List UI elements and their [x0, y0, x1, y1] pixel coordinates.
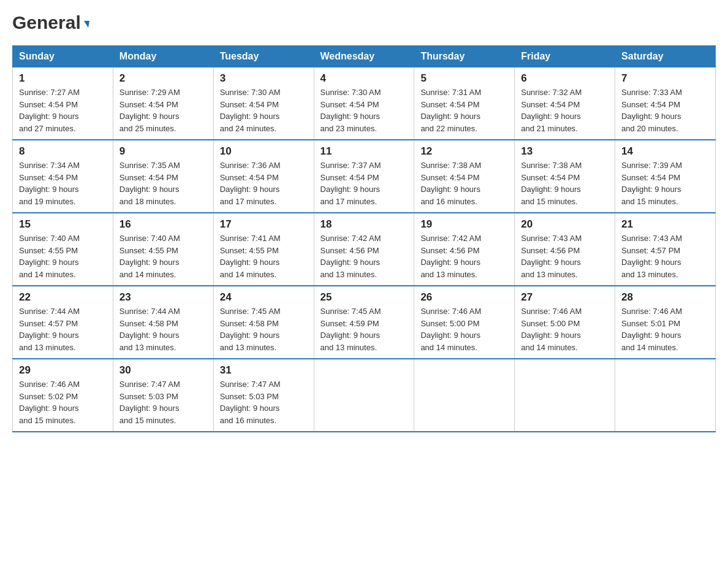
day-info: Sunrise: 7:38 AMSunset: 4:54 PMDaylight:… — [420, 161, 481, 206]
calendar-cell: 7 Sunrise: 7:33 AMSunset: 4:54 PMDayligh… — [615, 67, 716, 140]
calendar-cell: 18 Sunrise: 7:42 AMSunset: 4:56 PMDaylig… — [314, 213, 414, 286]
calendar-week-row: 8 Sunrise: 7:34 AMSunset: 4:54 PMDayligh… — [13, 140, 716, 213]
calendar-cell — [515, 359, 615, 432]
day-number: 3 — [220, 72, 308, 85]
col-header-thursday: Thursday — [414, 46, 515, 67]
day-info: Sunrise: 7:31 AMSunset: 4:54 PMDaylight:… — [420, 88, 481, 133]
calendar-cell: 17 Sunrise: 7:41 AMSunset: 4:55 PMDaylig… — [213, 213, 314, 286]
day-info: Sunrise: 7:42 AMSunset: 4:56 PMDaylight:… — [420, 234, 481, 279]
calendar-cell: 29 Sunrise: 7:46 AMSunset: 5:02 PMDaylig… — [13, 359, 113, 432]
calendar-cell: 9 Sunrise: 7:35 AMSunset: 4:54 PMDayligh… — [113, 140, 213, 213]
calendar-week-row: 1 Sunrise: 7:27 AMSunset: 4:54 PMDayligh… — [13, 67, 716, 140]
calendar-cell: 26 Sunrise: 7:46 AMSunset: 5:00 PMDaylig… — [414, 286, 515, 359]
day-number: 29 — [19, 364, 107, 377]
day-number: 18 — [320, 218, 408, 231]
calendar-cell: 24 Sunrise: 7:45 AMSunset: 4:58 PMDaylig… — [213, 286, 314, 359]
col-header-sunday: Sunday — [13, 46, 113, 67]
day-number: 10 — [220, 145, 308, 158]
day-info: Sunrise: 7:44 AMSunset: 4:57 PMDaylight:… — [19, 307, 80, 352]
day-number: 11 — [320, 145, 408, 158]
day-info: Sunrise: 7:36 AMSunset: 4:54 PMDaylight:… — [220, 161, 281, 206]
calendar-cell: 19 Sunrise: 7:42 AMSunset: 4:56 PMDaylig… — [414, 213, 515, 286]
day-number: 7 — [621, 72, 709, 85]
col-header-saturday: Saturday — [615, 46, 716, 67]
logo-general-text: General — [12, 12, 81, 33]
day-info: Sunrise: 7:29 AMSunset: 4:54 PMDaylight:… — [119, 88, 180, 133]
calendar-cell: 23 Sunrise: 7:44 AMSunset: 4:58 PMDaylig… — [113, 286, 213, 359]
day-number: 5 — [420, 72, 508, 85]
day-info: Sunrise: 7:45 AMSunset: 4:58 PMDaylight:… — [220, 307, 281, 352]
day-info: Sunrise: 7:32 AMSunset: 4:54 PMDaylight:… — [521, 88, 582, 133]
day-info: Sunrise: 7:33 AMSunset: 4:54 PMDaylight:… — [621, 88, 682, 133]
calendar-cell: 6 Sunrise: 7:32 AMSunset: 4:54 PMDayligh… — [515, 67, 615, 140]
day-info: Sunrise: 7:45 AMSunset: 4:59 PMDaylight:… — [320, 307, 381, 352]
day-number: 13 — [521, 145, 609, 158]
calendar-cell: 30 Sunrise: 7:47 AMSunset: 5:03 PMDaylig… — [113, 359, 213, 432]
day-info: Sunrise: 7:35 AMSunset: 4:54 PMDaylight:… — [119, 161, 180, 206]
calendar-cell: 22 Sunrise: 7:44 AMSunset: 4:57 PMDaylig… — [13, 286, 113, 359]
day-number: 9 — [119, 145, 207, 158]
calendar-cell: 12 Sunrise: 7:38 AMSunset: 4:54 PMDaylig… — [414, 140, 515, 213]
day-number: 31 — [220, 364, 308, 377]
calendar-cell: 27 Sunrise: 7:46 AMSunset: 5:00 PMDaylig… — [515, 286, 615, 359]
day-number: 14 — [621, 145, 709, 158]
day-info: Sunrise: 7:34 AMSunset: 4:54 PMDaylight:… — [19, 161, 80, 206]
day-info: Sunrise: 7:41 AMSunset: 4:55 PMDaylight:… — [220, 234, 281, 279]
day-info: Sunrise: 7:30 AMSunset: 4:54 PMDaylight:… — [320, 88, 381, 133]
day-number: 26 — [420, 291, 508, 304]
day-number: 1 — [19, 72, 107, 85]
day-info: Sunrise: 7:37 AMSunset: 4:54 PMDaylight:… — [320, 161, 381, 206]
day-info: Sunrise: 7:27 AMSunset: 4:54 PMDaylight:… — [19, 88, 80, 133]
day-info: Sunrise: 7:40 AMSunset: 4:55 PMDaylight:… — [119, 234, 180, 279]
calendar-cell — [314, 359, 414, 432]
day-number: 30 — [119, 364, 207, 377]
calendar-cell: 25 Sunrise: 7:45 AMSunset: 4:59 PMDaylig… — [314, 286, 414, 359]
calendar-cell — [615, 359, 716, 432]
col-header-friday: Friday — [515, 46, 615, 67]
day-info: Sunrise: 7:46 AMSunset: 5:02 PMDaylight:… — [19, 380, 80, 425]
day-number: 27 — [521, 291, 609, 304]
calendar-week-row: 22 Sunrise: 7:44 AMSunset: 4:57 PMDaylig… — [13, 286, 716, 359]
col-header-wednesday: Wednesday — [314, 46, 414, 67]
day-info: Sunrise: 7:43 AMSunset: 4:57 PMDaylight:… — [621, 234, 682, 279]
calendar-cell: 20 Sunrise: 7:43 AMSunset: 4:56 PMDaylig… — [515, 213, 615, 286]
calendar-cell: 5 Sunrise: 7:31 AMSunset: 4:54 PMDayligh… — [414, 67, 515, 140]
day-number: 28 — [621, 291, 709, 304]
day-number: 22 — [19, 291, 107, 304]
day-info: Sunrise: 7:38 AMSunset: 4:54 PMDaylight:… — [521, 161, 582, 206]
day-number: 24 — [220, 291, 308, 304]
day-info: Sunrise: 7:43 AMSunset: 4:56 PMDaylight:… — [521, 234, 582, 279]
calendar-cell: 4 Sunrise: 7:30 AMSunset: 4:54 PMDayligh… — [314, 67, 414, 140]
calendar-cell: 10 Sunrise: 7:36 AMSunset: 4:54 PMDaylig… — [213, 140, 314, 213]
calendar-cell: 16 Sunrise: 7:40 AMSunset: 4:55 PMDaylig… — [113, 213, 213, 286]
day-info: Sunrise: 7:42 AMSunset: 4:56 PMDaylight:… — [320, 234, 381, 279]
day-info: Sunrise: 7:46 AMSunset: 5:00 PMDaylight:… — [521, 307, 582, 352]
day-info: Sunrise: 7:47 AMSunset: 5:03 PMDaylight:… — [119, 380, 180, 425]
calendar-cell: 8 Sunrise: 7:34 AMSunset: 4:54 PMDayligh… — [13, 140, 113, 213]
day-info: Sunrise: 7:30 AMSunset: 4:54 PMDaylight:… — [220, 88, 281, 133]
calendar-cell: 14 Sunrise: 7:39 AMSunset: 4:54 PMDaylig… — [615, 140, 716, 213]
day-number: 23 — [119, 291, 207, 304]
page-header: General — [12, 12, 716, 33]
calendar-cell: 1 Sunrise: 7:27 AMSunset: 4:54 PMDayligh… — [13, 67, 113, 140]
day-number: 16 — [119, 218, 207, 231]
calendar-cell: 28 Sunrise: 7:46 AMSunset: 5:01 PMDaylig… — [615, 286, 716, 359]
calendar-week-row: 15 Sunrise: 7:40 AMSunset: 4:55 PMDaylig… — [13, 213, 716, 286]
day-info: Sunrise: 7:40 AMSunset: 4:55 PMDaylight:… — [19, 234, 80, 279]
day-number: 4 — [320, 72, 408, 85]
calendar-cell: 21 Sunrise: 7:43 AMSunset: 4:57 PMDaylig… — [615, 213, 716, 286]
day-number: 19 — [420, 218, 508, 231]
day-number: 2 — [119, 72, 207, 85]
col-header-monday: Monday — [113, 46, 213, 67]
calendar-cell: 2 Sunrise: 7:29 AMSunset: 4:54 PMDayligh… — [113, 67, 213, 140]
day-number: 21 — [621, 218, 709, 231]
calendar-week-row: 29 Sunrise: 7:46 AMSunset: 5:02 PMDaylig… — [13, 359, 716, 432]
calendar-cell: 13 Sunrise: 7:38 AMSunset: 4:54 PMDaylig… — [515, 140, 615, 213]
day-info: Sunrise: 7:44 AMSunset: 4:58 PMDaylight:… — [119, 307, 180, 352]
calendar-table: SundayMondayTuesdayWednesdayThursdayFrid… — [12, 45, 716, 432]
logo: General — [12, 12, 89, 33]
day-number: 17 — [220, 218, 308, 231]
day-number: 25 — [320, 291, 408, 304]
logo-arrow-icon — [83, 21, 89, 28]
day-number: 6 — [521, 72, 609, 85]
